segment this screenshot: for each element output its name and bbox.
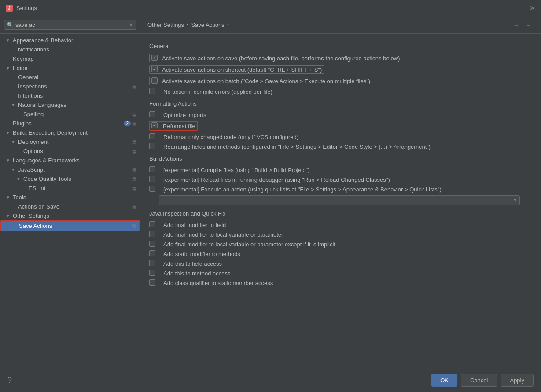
option-add-this-field: Add this to field access <box>149 260 532 267</box>
option-reformat-changed: Reformat only changed code (only if VCS … <box>149 133 532 140</box>
search-wrap: 🔍 ✕ <box>4 20 136 30</box>
sidebar-item-other-settings[interactable]: ▼ Other Settings <box>0 211 140 220</box>
breadcrumb-separator: › <box>187 22 188 28</box>
checkbox-reformat-file[interactable] <box>151 122 158 129</box>
sidebar-item-plugins[interactable]: Plugins 2 ▤ <box>0 119 140 128</box>
sidebar-item-label: Intentions <box>18 92 136 99</box>
sidebar-item-label: Editor <box>13 65 136 71</box>
option-add-final-local-except: Add final modifier to local variable or … <box>149 241 532 248</box>
option-label: Add final modifier to local variable or … <box>163 241 335 248</box>
checkbox-no-action-compile[interactable] <box>149 88 156 95</box>
checkbox-add-final-local[interactable] <box>149 231 156 238</box>
sidebar-item-languages[interactable]: ▼ Languages & Frameworks <box>0 156 140 165</box>
option-add-class-qualifier: Add class qualifier to static member acc… <box>149 279 532 286</box>
sidebar-item-notifications[interactable]: Notifications <box>0 45 140 54</box>
checkbox-activate-on-shortcut[interactable] <box>151 66 158 73</box>
checkbox-activate-on-batch[interactable] <box>151 77 158 84</box>
settings-icon: ▤ <box>132 84 136 89</box>
ok-button[interactable]: OK <box>431 374 457 387</box>
nav-back-button[interactable]: ← <box>512 21 521 29</box>
sidebar-tree: ▼ Appearance & Behavior Notifications Ke… <box>0 34 140 369</box>
settings-icon: ▤ <box>132 149 136 154</box>
option-reformat-file: Reformat file <box>149 121 532 131</box>
footer-buttons: OK Cancel Apply <box>431 374 534 387</box>
option-label: Activate save actions on save (before sa… <box>162 55 400 62</box>
breadcrumb: Other Settings › Save Actions ≡ <box>147 22 229 28</box>
breadcrumb-icon: ≡ <box>227 22 230 27</box>
expand-icon: ▼ <box>6 66 12 70</box>
formatting-section-title: Formatting Actions <box>149 100 532 107</box>
general-section-title: General <box>149 43 532 49</box>
right-panel: Other Settings › Save Actions ≡ ← → Gene… <box>140 16 541 369</box>
checkbox-add-this-field[interactable] <box>149 260 156 267</box>
option-execute-action: [experimental] Execute an action (using … <box>149 186 532 193</box>
option-reload-files: [experimental] Reload files in running d… <box>149 176 532 183</box>
search-input[interactable] <box>15 22 127 28</box>
search-clear-icon[interactable]: ✕ <box>129 22 133 28</box>
help-icon[interactable]: ? <box>7 376 12 385</box>
checkbox-compile-files[interactable] <box>149 166 156 173</box>
sidebar-item-actions-on-save[interactable]: Actions on Save ▤ <box>0 202 140 211</box>
option-label: Add this to method access <box>163 270 230 277</box>
option-activate-on-batch: Activate save actions on batch ("Code > … <box>149 77 532 85</box>
checkbox-optimize-imports[interactable] <box>149 111 156 118</box>
sidebar-item-inspections[interactable]: Inspections ▤ <box>0 82 140 91</box>
settings-icon: ▤ <box>132 186 136 191</box>
option-label: Add class qualifier to static member acc… <box>163 280 273 286</box>
sidebar-item-spelling[interactable]: Spelling ▤ <box>0 110 140 119</box>
sidebar-item-keymap[interactable]: Keymap <box>0 54 140 63</box>
close-button[interactable]: ✕ <box>530 4 535 12</box>
sidebar-item-build-exec[interactable]: ▼ Build, Execution, Deployment <box>0 128 140 137</box>
option-label: Add static modifier to methods <box>163 251 240 257</box>
checkbox-execute-action[interactable] <box>149 186 156 193</box>
sidebar-item-editor[interactable]: ▼ Editor <box>0 63 140 73</box>
sidebar-item-label: Natural Languages <box>18 102 136 108</box>
settings-dialog: J Settings ✕ 🔍 ✕ ▼ Appearance & Behavior <box>0 0 541 392</box>
search-box: 🔍 ✕ <box>0 16 140 34</box>
titlebar: J Settings ✕ <box>0 0 541 16</box>
checkbox-rearrange-fields[interactable] <box>149 143 156 150</box>
sidebar-item-eslint[interactable]: ESLint ▤ <box>0 183 140 193</box>
checkbox-add-this-method[interactable] <box>149 270 156 277</box>
sidebar-item-natural-langs[interactable]: ▼ Natural Languages <box>0 100 140 110</box>
breadcrumb-current: Save Actions <box>191 22 224 28</box>
apply-button[interactable]: Apply <box>501 374 534 387</box>
option-label: Add this to field access <box>163 260 222 267</box>
option-activate-on-save: Activate save actions on save (before sa… <box>149 54 532 62</box>
search-icon: 🔍 <box>7 22 14 28</box>
checkbox-add-class-qualifier[interactable] <box>149 279 156 286</box>
main-content: 🔍 ✕ ▼ Appearance & Behavior Notification… <box>0 16 541 369</box>
expand-icon: ▼ <box>16 176 22 181</box>
checkbox-reload-files[interactable] <box>149 176 156 183</box>
sidebar-item-label: Keymap <box>13 55 136 62</box>
option-label: [experimental] Execute an action (using … <box>163 186 442 193</box>
sidebar-item-tools[interactable]: ▼ Tools <box>0 193 140 202</box>
sidebar-item-label: Appearance & Behavior <box>13 37 136 44</box>
expand-icon: ▼ <box>11 139 17 144</box>
sidebar-item-appearance[interactable]: ▼ Appearance & Behavior <box>0 36 140 45</box>
sidebar-item-code-quality[interactable]: ▼ Code Quality Tools ▤ <box>0 174 140 183</box>
action-dropdown[interactable] <box>159 195 520 205</box>
cancel-button[interactable]: Cancel <box>461 374 497 387</box>
sidebar-item-save-actions[interactable]: Save Actions ▤ <box>0 220 140 231</box>
option-rearrange-fields: Rearrange fields and methods (configured… <box>149 143 532 150</box>
option-add-static: Add static modifier to methods <box>149 250 532 257</box>
sidebar-item-label: Deployment <box>18 139 131 145</box>
settings-icon: ▤ <box>132 204 136 209</box>
checkbox-reformat-changed[interactable] <box>149 133 156 140</box>
settings-icon: ▤ <box>132 112 136 117</box>
settings-icon: ▤ <box>132 139 136 144</box>
sidebar-item-general[interactable]: General <box>0 73 140 82</box>
option-label: No action if compile errors (applied per… <box>163 88 272 95</box>
sidebar-item-deployment[interactable]: ▼ Deployment ▤ <box>0 137 140 147</box>
checkbox-add-static[interactable] <box>149 250 156 257</box>
option-add-this-method: Add this to method access <box>149 270 532 277</box>
sidebar-item-options[interactable]: Options ▤ <box>0 147 140 156</box>
sidebar-item-javascript[interactable]: ▼ JavaScript ▤ <box>0 165 140 174</box>
nav-forward-button[interactable]: → <box>524 21 534 29</box>
checkbox-add-final-field[interactable] <box>149 221 156 228</box>
sidebar-item-label: ESLint <box>29 185 131 191</box>
checkbox-activate-on-save[interactable] <box>151 55 158 62</box>
checkbox-add-final-local-except[interactable] <box>149 241 156 248</box>
sidebar-item-intentions[interactable]: Intentions <box>0 91 140 100</box>
